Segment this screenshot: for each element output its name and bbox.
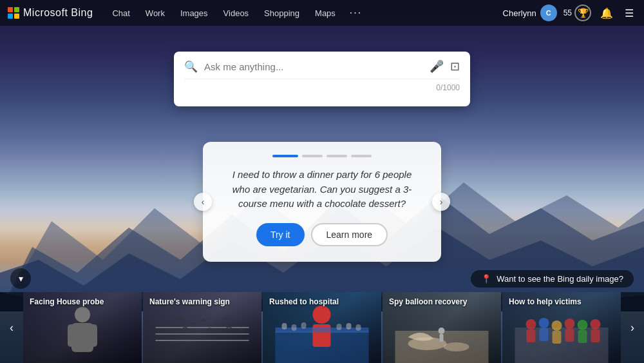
nav-maps[interactable]: Maps [308, 6, 342, 21]
svg-point-33 [565, 319, 575, 329]
nav-shopping[interactable]: Shopping [258, 6, 306, 21]
promo-card: ‹ › I need to throw a dinner party for 6… [203, 142, 441, 262]
dot-2 [302, 155, 323, 157]
svg-point-4 [75, 307, 90, 322]
dot-4 [351, 155, 372, 157]
reward-badge[interactable]: 55 🏆 [564, 5, 591, 21]
bottom-controls: ▾ 📍 Want to see the Bing daily image? [0, 268, 644, 289]
reward-icon: 🏆 [574, 5, 591, 21]
notifications-bell-icon[interactable]: 🔔 [598, 5, 616, 22]
promo-dots [222, 155, 422, 157]
username: Cherlynn [503, 8, 536, 18]
news-card-facing-house-probe[interactable]: Facing House probe [23, 292, 142, 363]
news-card-title: How to help victims [509, 297, 614, 308]
svg-point-12 [313, 306, 331, 324]
svg-rect-19 [346, 323, 352, 329]
search-icon: 🔍 [184, 60, 198, 74]
svg-rect-25 [440, 334, 444, 342]
news-next-button[interactable]: › [621, 292, 644, 363]
svg-rect-34 [565, 329, 574, 342]
avatar: C [540, 5, 557, 21]
svg-rect-28 [527, 329, 536, 342]
learn-more-button[interactable]: Learn more [311, 223, 388, 246]
search-area: 🔍 🎤 ⊡ 0/1000 [174, 52, 470, 106]
logo-area[interactable]: Microsoft Bing [8, 7, 93, 19]
nav-right: Cherlynn C 55 🏆 🔔 ☰ [503, 5, 636, 22]
svg-rect-18 [337, 324, 342, 330]
nav-work[interactable]: Work [139, 6, 171, 21]
svg-rect-15 [282, 323, 287, 329]
daily-image-button[interactable]: 📍 Want to see the Bing daily image? [471, 270, 634, 288]
svg-rect-36 [578, 330, 587, 343]
news-card-title: Nature's warning sign [149, 297, 255, 308]
image-search-icon[interactable]: ⊡ [450, 59, 460, 74]
bing-logo-text: Microsoft Bing [23, 7, 93, 19]
svg-point-24 [439, 328, 445, 334]
try-it-button[interactable]: Try it [256, 223, 305, 246]
navbar: Microsoft Bing Chat Work Images Videos S… [0, 0, 644, 26]
svg-rect-20 [356, 324, 361, 331]
news-card-rushed-hospital[interactable]: Rushed to hospital [263, 292, 381, 363]
promo-prev-button[interactable]: ‹ [194, 193, 212, 211]
news-scroll: ‹ Facing House probe [0, 292, 644, 363]
char-count: 0/1000 [184, 79, 460, 92]
nav-videos[interactable]: Videos [217, 6, 256, 21]
svg-point-27 [526, 319, 536, 329]
news-card-spy-balloon[interactable]: Spy balloon recovery [383, 292, 501, 363]
promo-text: I need to throw a dinner party for 6 peo… [222, 168, 422, 211]
svg-rect-6 [68, 324, 77, 347]
nav-more-dots[interactable]: ··· [345, 5, 367, 21]
news-card-title: Spy balloon recovery [389, 297, 495, 308]
svg-rect-38 [591, 329, 600, 342]
location-pin-icon: 📍 [481, 274, 491, 284]
news-card-title: Rushed to hospital [269, 297, 375, 308]
dot-3 [327, 155, 347, 157]
search-input[interactable] [204, 61, 423, 72]
news-card-natures-warning[interactable]: Nature's warning sign [143, 292, 261, 363]
news-prev-button[interactable]: ‹ [0, 292, 23, 363]
promo-next-button[interactable]: › [432, 193, 450, 211]
microphone-icon[interactable]: 🎤 [430, 59, 444, 74]
svg-rect-32 [553, 331, 562, 344]
person-silhouette [60, 305, 105, 363]
svg-point-29 [539, 318, 549, 328]
dot-1 [272, 155, 298, 157]
svg-rect-30 [540, 328, 549, 341]
svg-point-35 [578, 320, 588, 330]
svg-rect-7 [88, 324, 97, 347]
news-cards: Facing House probe [23, 292, 621, 363]
promo-buttons: Try it Learn more [222, 223, 422, 246]
nav-images[interactable]: Images [174, 6, 214, 21]
news-card-how-to-help[interactable]: How to help victims [502, 292, 621, 363]
hamburger-menu-icon[interactable]: ☰ [622, 5, 636, 22]
collapse-button[interactable]: ▾ [10, 268, 31, 289]
svg-rect-14 [276, 328, 369, 333]
microsoft-logo [8, 7, 19, 19]
svg-point-23 [444, 342, 469, 351]
news-bar: ‹ Facing House probe [0, 292, 644, 363]
daily-image-text: Want to see the Bing daily image? [497, 274, 623, 284]
nav-chat[interactable]: Chat [106, 6, 136, 21]
svg-rect-17 [301, 322, 307, 329]
svg-point-31 [552, 320, 562, 331]
search-box: 🔍 🎤 ⊡ 0/1000 [174, 52, 470, 106]
reward-score: 55 [564, 8, 572, 17]
svg-point-37 [591, 319, 601, 329]
nav-links: Chat Work Images Videos Shopping Maps ··… [106, 5, 502, 21]
svg-rect-16 [292, 324, 297, 331]
user-profile[interactable]: Cherlynn C [503, 5, 557, 21]
search-right-icons: 🎤 ⊡ [430, 59, 460, 74]
news-card-title: Facing House probe [30, 297, 135, 308]
